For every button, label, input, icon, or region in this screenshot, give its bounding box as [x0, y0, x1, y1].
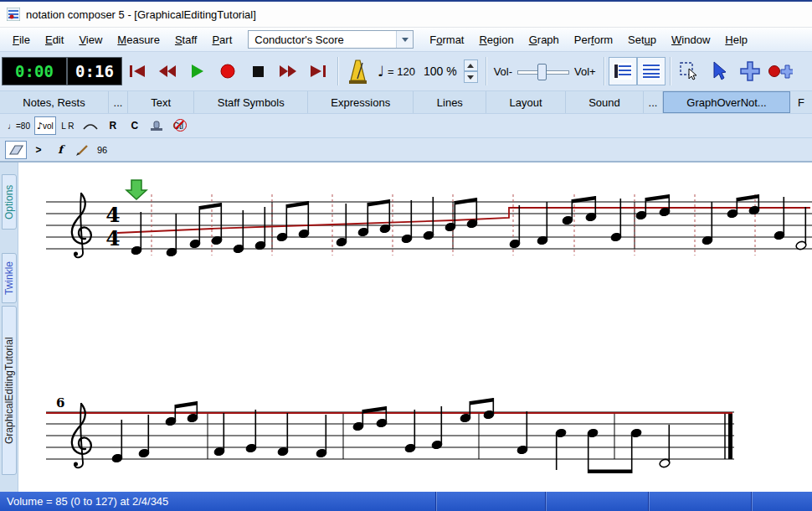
menu-window[interactable]: Window [664, 30, 717, 49]
title-bar: notation composer 5 - [GraphicalEditingT… [0, 2, 812, 28]
slur-tool[interactable] [80, 116, 101, 135]
pointer-arrow-icon [711, 61, 729, 81]
c-tool-label: C [131, 120, 138, 132]
slur-arc-icon [82, 120, 99, 132]
status-text: Volume = 85 (0 to 127) at 2/4/345 [7, 495, 168, 508]
skip-to-end-icon [310, 65, 326, 78]
staff-lines-icon [614, 63, 632, 80]
tempo-graph-tool[interactable]: ♩=80 [5, 116, 33, 135]
score-pane[interactable]: 446 [18, 163, 812, 492]
score-lines-icon [642, 63, 660, 80]
volume-graph-tool[interactable]: ♪ vol [34, 116, 56, 135]
pencil-tool[interactable] [72, 141, 92, 159]
toolbar-separator [604, 57, 604, 85]
score-selector-combobox[interactable]: Conductor's Score [248, 30, 414, 49]
tab-[interactable]: ... [644, 91, 663, 113]
note-icon: ♪ [37, 121, 43, 132]
accent-label: > [35, 144, 41, 156]
c-tool[interactable]: C [125, 116, 145, 135]
chevron-down-icon [402, 38, 409, 42]
staff-view-button[interactable] [609, 57, 637, 85]
score-view-button[interactable] [637, 57, 666, 85]
menu-perform[interactable]: Perform [567, 30, 620, 49]
menu-part[interactable]: Part [204, 30, 239, 49]
graph-value: 96 [97, 145, 107, 155]
record-button[interactable] [213, 54, 243, 88]
menu-format[interactable]: Format [422, 30, 471, 49]
red-dot-plus-icon [768, 61, 793, 81]
sidebar-tab-graphicaleditingtutorial[interactable]: GraphicalEditingTutorial [2, 306, 17, 475]
tab-graphovernot[interactable]: GraphOverNot... [663, 91, 790, 113]
toolbar-separator [337, 57, 338, 85]
spinner-down-icon [467, 75, 474, 80]
stamp-tool[interactable] [146, 116, 167, 135]
skip-to-start-button[interactable] [122, 54, 152, 88]
accent-tool[interactable]: > [28, 141, 49, 159]
eraser-tool[interactable] [5, 141, 27, 159]
fast-forward-button[interactable] [273, 54, 303, 88]
add-red-note-button[interactable] [765, 54, 795, 88]
left-right-balance-tool[interactable]: L R [58, 116, 78, 135]
tempo-value: = 120 [388, 65, 415, 78]
elapsed-time: 0:00 [15, 62, 54, 80]
metronome-icon [347, 58, 368, 85]
menu-file[interactable]: File [5, 30, 38, 49]
notation-canvas[interactable]: 446 [18, 163, 812, 496]
zoom-increase-button[interactable] [464, 59, 478, 71]
menu-bar: FileEditViewMeasureStaffPart Conductor's… [0, 28, 812, 52]
dynamics-tool[interactable]: f [50, 141, 70, 159]
volume-tool-label: vol [43, 121, 54, 131]
metronome-button[interactable] [342, 54, 373, 88]
zoom-decrease-button[interactable] [464, 71, 478, 83]
controller-disable-tool[interactable]: Ctl [168, 116, 188, 135]
rewind-button[interactable] [152, 54, 182, 88]
r-tool[interactable]: R [103, 116, 123, 135]
toolbar-separator [670, 57, 671, 85]
tab-staff-symbols[interactable]: Staff Symbols [194, 91, 308, 113]
menu-setup[interactable]: Setup [620, 30, 664, 49]
marquee-select-button[interactable] [675, 54, 705, 88]
play-button[interactable] [182, 54, 213, 88]
menu-view[interactable]: View [71, 30, 110, 49]
pointer-tool-button[interactable] [705, 54, 735, 88]
svg-text:4: 4 [105, 226, 120, 250]
app-icon [7, 8, 20, 21]
volume-plus-label[interactable]: Vol+ [574, 65, 596, 78]
tempo-tool-label: ♩=80 [8, 121, 30, 131]
plus-icon [739, 60, 761, 82]
tab-lines[interactable]: Lines [414, 91, 486, 113]
main-area: OptionsTwinkleGraphicalEditingTutorial 4… [0, 163, 812, 492]
volume-minus-label[interactable]: Vol- [494, 65, 512, 78]
add-note-button[interactable] [735, 54, 765, 88]
quarter-note-icon: ♩ [378, 63, 384, 80]
tab-text[interactable]: Text [128, 91, 194, 113]
menu-right-group: FormatRegionGraphPerformSetupWindowHelp [422, 30, 755, 49]
tab-expressions[interactable]: Expressions [308, 91, 414, 113]
sidebar-tab-options[interactable]: Options [2, 174, 17, 230]
toolbar-separator [486, 57, 486, 85]
tab-f[interactable]: F [790, 91, 812, 113]
menu-graph[interactable]: Graph [522, 30, 567, 49]
menu-measure[interactable]: Measure [110, 30, 167, 49]
tab-sound[interactable]: Sound [566, 91, 644, 113]
tab-layout[interactable]: Layout [486, 91, 566, 113]
stop-button[interactable] [243, 54, 273, 88]
tab-[interactable]: ... [109, 91, 128, 113]
tab-notes-rests[interactable]: Notes, Rests [0, 91, 109, 113]
menu-region[interactable]: Region [471, 30, 521, 49]
menu-staff[interactable]: Staff [167, 30, 205, 49]
svg-text:4: 4 [105, 203, 120, 227]
volume-slider[interactable] [517, 62, 569, 80]
zoom-spinner [464, 59, 478, 83]
skip-to-end-button[interactable] [303, 54, 333, 88]
menu-edit[interactable]: Edit [38, 30, 71, 49]
menu-help[interactable]: Help [717, 30, 755, 49]
combo-dropdown-button[interactable] [396, 31, 413, 48]
volume-slider-thumb[interactable] [537, 64, 547, 80]
prohibited-icon [174, 119, 187, 132]
rewind-icon [158, 65, 177, 78]
score-selector-value: Conductor's Score [254, 34, 344, 46]
r-tool-label: R [109, 120, 116, 132]
sidebar-tab-twinkle[interactable]: Twinkle [2, 253, 17, 303]
window-title: notation composer 5 - [GraphicalEditingT… [26, 8, 256, 21]
